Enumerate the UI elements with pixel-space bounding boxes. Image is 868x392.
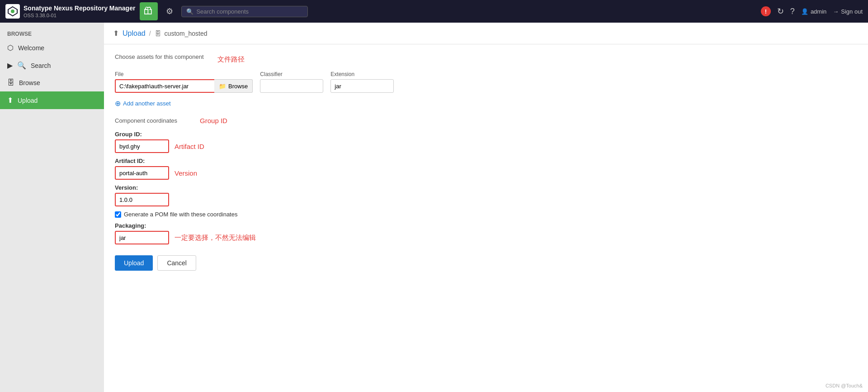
logo-icon [5, 4, 20, 19]
file-path-input[interactable] [115, 79, 214, 93]
assets-section-label: Choose assets for this component [115, 53, 204, 60]
hexagon-icon: ⬡ [7, 43, 14, 52]
search-input[interactable] [196, 8, 303, 15]
packaging-input[interactable] [115, 231, 169, 244]
artifact-id-field: Artifact ID: Version [115, 158, 857, 180]
topnav-right: ! ↻ ? 👤 admin → Sign out [761, 6, 863, 16]
sidebar-label-upload: Upload [18, 97, 38, 104]
cancel-button[interactable]: Cancel [157, 255, 196, 271]
artifact-id-input[interactable] [115, 166, 169, 180]
group-id-label: Group ID: [115, 131, 142, 138]
app-title: Sonatype Nexus Repository Manager [24, 4, 135, 12]
coords-label: Component coordinates [115, 117, 177, 124]
browse-button[interactable]: 📁 Browse [214, 79, 253, 93]
user-icon: 👤 [801, 8, 808, 15]
sidebar-label-welcome: Welcome [18, 44, 44, 52]
pom-check: Generate a POM file with these coordinat… [115, 211, 857, 218]
version-annotation: Version [175, 169, 197, 177]
svg-point-1 [11, 10, 14, 13]
search-icon: 🔍 [17, 61, 26, 70]
group-id-top-annotation: Group ID [200, 117, 227, 124]
coords-section: Component coordinates Group ID Group ID:… [115, 117, 857, 244]
version-input[interactable] [115, 193, 169, 206]
breadcrumb-repo-icon: 🗄 [155, 30, 161, 37]
user-menu[interactable]: 👤 admin [801, 8, 826, 15]
search-bar[interactable]: 🔍 [181, 6, 308, 17]
sidebar-item-welcome[interactable]: ⬡ Welcome [0, 39, 104, 57]
file-annotation: 文件路径 [217, 55, 245, 64]
asset-section: File 📁 Browse Classifier [115, 71, 857, 110]
breadcrumb-repo-name: custom_hosted [165, 30, 208, 37]
pom-label: Generate a POM file with these coordinat… [124, 211, 237, 218]
signout-icon: → [833, 8, 839, 15]
file-input-wrap: 📁 Browse [115, 79, 253, 93]
sidebar-label-browse: Browse [19, 79, 40, 86]
packaging-annotation: 一定要选择，不然无法编辑 [175, 234, 256, 242]
search-icon: 🔍 [186, 8, 193, 15]
extension-input[interactable] [330, 79, 394, 93]
settings-icon[interactable]: ⚙ [162, 3, 177, 20]
sidebar: Browse ⬡ Welcome ▶ 🔍 Search 🗄 Browse ⬆ U… [0, 23, 104, 392]
add-asset-label: Add another asset [123, 100, 171, 107]
group-id-field: Group ID: Artifact ID [115, 131, 857, 153]
version-label: Version: [115, 184, 857, 191]
classifier-field-group: Classifier [260, 71, 323, 93]
pom-checkbox[interactable] [115, 211, 121, 218]
add-asset-button[interactable]: ⊕ Add another asset [115, 97, 171, 110]
signout-label: Sign out [841, 8, 863, 15]
classifier-input[interactable] [260, 79, 323, 93]
classifier-label: Classifier [260, 71, 323, 77]
breadcrumb-upload-link[interactable]: Upload [123, 29, 146, 38]
triangle-icon: ▶ [7, 61, 13, 70]
topnav: Sonatype Nexus Repository Manager OSS 3.… [0, 0, 868, 23]
main-content: ⬆ Upload / 🗄 custom_hosted Choose assets… [104, 23, 868, 392]
user-label: admin [811, 8, 826, 15]
help-icon[interactable]: ? [790, 7, 795, 16]
breadcrumb-upload-icon: ⬆ [113, 29, 119, 38]
extension-field-group: Extension [330, 71, 394, 93]
artifact-id-label: Artifact ID: [115, 158, 857, 164]
refresh-icon[interactable]: ↻ [777, 6, 784, 16]
file-label: File [115, 71, 253, 77]
artifact-id-annotation: Artifact ID [175, 143, 204, 150]
app-version: OSS 3.38.0-01 [24, 12, 135, 19]
database-icon: 🗄 [7, 79, 14, 87]
sidebar-section: Browse [0, 27, 104, 39]
signout-button[interactable]: → Sign out [833, 8, 863, 15]
upload-form: Choose assets for this component 文件路径 Fi… [104, 44, 868, 289]
browse-icon-button[interactable] [140, 2, 158, 20]
version-field: Version: [115, 184, 857, 206]
packaging-field: Packaging: 一定要选择，不然无法编辑 [115, 222, 857, 244]
sidebar-item-upload[interactable]: ⬆ Upload [0, 91, 104, 109]
file-field-group: File 📁 Browse [115, 71, 253, 93]
alert-icon[interactable]: ! [761, 6, 771, 16]
upload-button[interactable]: Upload [115, 255, 153, 271]
action-bar: Upload Cancel [115, 255, 857, 280]
plus-icon: ⊕ [115, 99, 121, 108]
sidebar-label-search: Search [31, 62, 51, 69]
breadcrumb: ⬆ Upload / 🗄 custom_hosted [104, 23, 868, 44]
browse-icon: 📁 [219, 83, 226, 90]
packaging-label: Packaging: [115, 222, 857, 229]
group-id-input[interactable] [115, 139, 169, 153]
upload-icon: ⬆ [7, 96, 13, 105]
sidebar-item-browse[interactable]: 🗄 Browse [0, 74, 104, 91]
logo-text: Sonatype Nexus Repository Manager OSS 3.… [24, 4, 135, 19]
breadcrumb-separator: / [149, 30, 151, 37]
layout: Browse ⬡ Welcome ▶ 🔍 Search 🗄 Browse ⬆ U… [0, 23, 868, 392]
sidebar-item-search[interactable]: ▶ 🔍 Search [0, 57, 104, 74]
watermark: CSDN @Touch& [826, 383, 863, 388]
extension-label: Extension [330, 71, 394, 77]
app-logo: Sonatype Nexus Repository Manager OSS 3.… [5, 4, 135, 19]
